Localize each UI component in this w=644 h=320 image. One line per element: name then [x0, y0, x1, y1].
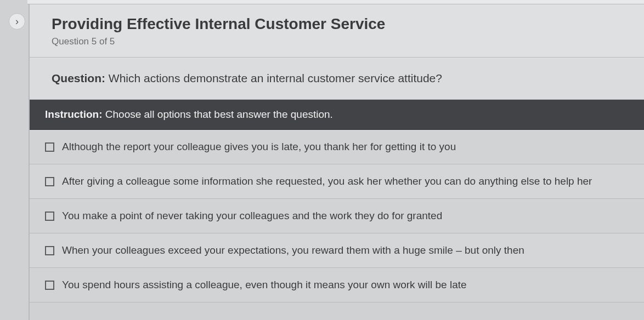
option-row[interactable]: You make a point of never taking your co… — [30, 199, 644, 233]
option-row[interactable]: After giving a colleague some informatio… — [30, 164, 644, 199]
option-text: Although the report your colleague gives… — [62, 141, 456, 153]
question-text: Which actions demonstrate an internal cu… — [105, 72, 442, 84]
option-text: You make a point of never taking your co… — [62, 210, 442, 222]
quiz-title: Providing Effective Internal Customer Se… — [52, 15, 622, 33]
question-label: Question: — [52, 72, 105, 84]
chevron-right-icon: › — [15, 16, 19, 27]
instruction-label: Instruction: — [45, 108, 103, 120]
option-text: You spend hours assisting a colleague, e… — [62, 279, 467, 291]
instruction-text: Choose all options that best answer the … — [103, 108, 333, 120]
option-row[interactable]: When your colleagues exceed your expecta… — [30, 233, 644, 268]
checkbox[interactable] — [45, 212, 54, 221]
checkbox[interactable] — [45, 281, 54, 290]
option-text: When your colleagues exceed your expecta… — [62, 244, 524, 256]
checkbox[interactable] — [45, 246, 54, 255]
question-counter: Question 5 of 5 — [52, 36, 622, 47]
option-row[interactable]: Although the report your colleague gives… — [30, 130, 644, 164]
option-text: After giving a colleague some informatio… — [62, 175, 592, 187]
quiz-content: Providing Effective Internal Customer Se… — [30, 4, 644, 320]
quiz-header: Providing Effective Internal Customer Se… — [30, 4, 644, 58]
expand-sidebar-button[interactable]: › — [9, 13, 25, 30]
question-block: Question: Which actions demonstrate an i… — [30, 58, 644, 100]
instruction-block: Instruction: Choose all options that bes… — [30, 100, 644, 130]
option-row[interactable]: You spend hours assisting a colleague, e… — [30, 268, 644, 302]
checkbox[interactable] — [45, 177, 54, 186]
checkbox[interactable] — [45, 142, 54, 152]
top-border — [27, 0, 644, 4]
